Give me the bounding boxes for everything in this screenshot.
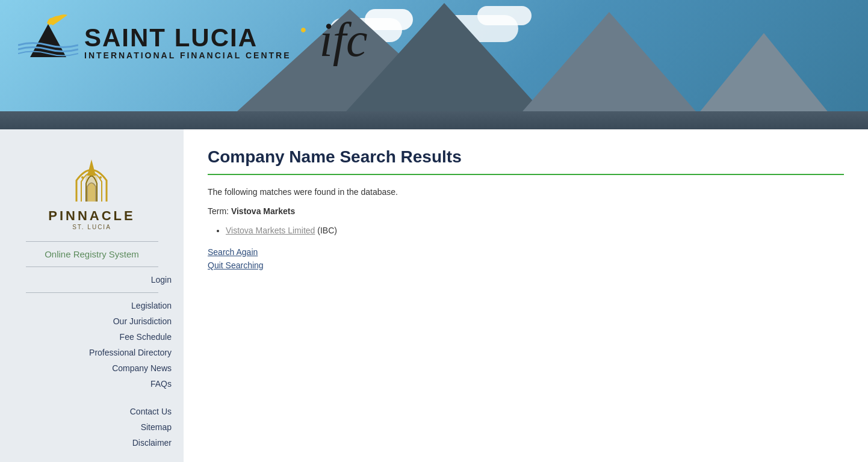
sidebar-item-faqs[interactable]: FAQs bbox=[0, 376, 172, 392]
main-content: PINNACLE ST. LUCIA Online Registry Syste… bbox=[0, 129, 868, 462]
logo-subtitle: INTERNATIONAL FINANCIAL CENTRE bbox=[84, 51, 291, 60]
logo-saint-lucia: SAINT LUCIA bbox=[84, 25, 291, 51]
ground bbox=[0, 111, 868, 129]
sidebar-item-company-news[interactable]: Company News bbox=[0, 360, 172, 376]
logo-ifc: ifc bbox=[319, 19, 367, 60]
svg-point-3 bbox=[99, 176, 102, 179]
pinnacle-sublabel: ST. LUCIA bbox=[48, 224, 135, 230]
pinnacle-text: PINNACLE ST. LUCIA bbox=[48, 208, 135, 230]
result-list: Vistova Markets Limited (IBC) bbox=[226, 226, 844, 235]
result-item: Vistova Markets Limited (IBC) bbox=[226, 226, 844, 235]
header-logo: SAINT LUCIA INTERNATIONAL FINANCIAL CENT… bbox=[18, 12, 367, 60]
search-term-line: Term: Vistova Markets bbox=[208, 206, 844, 216]
page-title: Company Name Search Results bbox=[208, 147, 844, 167]
sidebar-item-fee-schedule[interactable]: Fee Schedule bbox=[0, 329, 172, 345]
quit-searching-link[interactable]: Quit Searching bbox=[208, 260, 844, 270]
search-term-value: Vistova Markets bbox=[231, 206, 295, 216]
header-banner: SAINT LUCIA INTERNATIONAL FINANCIAL CENT… bbox=[0, 0, 868, 129]
logo-mountain-icon bbox=[18, 12, 78, 60]
sidebar-divider-1 bbox=[26, 241, 158, 242]
sidebar-item-legislation[interactable]: Legislation bbox=[0, 298, 172, 313]
search-again-link[interactable]: Search Again bbox=[208, 247, 844, 257]
title-underline bbox=[208, 174, 844, 175]
logo-text-group: SAINT LUCIA INTERNATIONAL FINANCIAL CENT… bbox=[84, 25, 291, 60]
sidebar-item-disclaimer[interactable]: Disclaimer bbox=[0, 435, 172, 451]
sidebar-item-sitemap[interactable]: Sitemap bbox=[0, 419, 172, 435]
online-registry-link[interactable]: Online Registry System bbox=[0, 247, 184, 262]
sidebar-login-section: Login bbox=[0, 272, 184, 288]
svg-point-2 bbox=[81, 176, 84, 179]
sidebar-divider-2 bbox=[26, 266, 158, 267]
ifc-logo: ● ifc bbox=[300, 19, 368, 60]
sidebar-nav-primary: Legislation Our Jurisdiction Fee Schedul… bbox=[0, 298, 184, 392]
term-label: Term: bbox=[208, 206, 229, 216]
result-company-link[interactable]: Vistova Markets Limited bbox=[226, 226, 315, 235]
login-link[interactable]: Login bbox=[0, 272, 172, 288]
action-links: Search Again Quit Searching bbox=[208, 247, 844, 270]
result-description: The following matches were found in the … bbox=[208, 187, 844, 197]
ifc-dot: ● bbox=[300, 24, 307, 35]
page-content: Company Name Search Results The followin… bbox=[184, 129, 868, 462]
sidebar-item-our-jurisdiction[interactable]: Our Jurisdiction bbox=[0, 313, 172, 329]
pinnacle-logo-svg bbox=[52, 150, 131, 211]
svg-marker-1 bbox=[87, 159, 96, 176]
sidebar-logo: PINNACLE ST. LUCIA bbox=[48, 150, 135, 230]
sidebar-divider-3 bbox=[26, 292, 158, 293]
result-type: (IBC) bbox=[317, 226, 337, 235]
pinnacle-label: PINNACLE bbox=[48, 208, 135, 224]
sidebar-nav-secondary: Contact Us Sitemap Disclaimer bbox=[0, 404, 184, 451]
sidebar-item-professional-directory[interactable]: Professional Directory bbox=[0, 345, 172, 360]
sidebar: PINNACLE ST. LUCIA Online Registry Syste… bbox=[0, 129, 184, 462]
sidebar-item-contact-us[interactable]: Contact Us bbox=[0, 404, 172, 419]
